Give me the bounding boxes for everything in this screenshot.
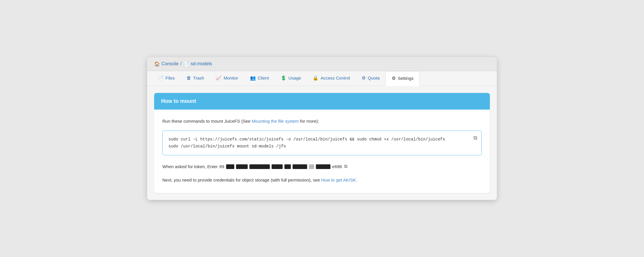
tab-files[interactable]: 📄 Files [152, 71, 181, 86]
token-start: 89 [219, 163, 224, 170]
breadcrumb-current[interactable]: 📄 sd-models [183, 61, 212, 67]
monitor-icon: 📈 [216, 75, 221, 81]
token-segment-8 [316, 164, 330, 169]
quota-icon: ⚙ [362, 75, 366, 81]
main-content: How to mount Run these commands to mount… [147, 86, 497, 200]
mount-card: How to mount Run these commands to mount… [154, 93, 490, 193]
mount-card-header: How to mount [154, 93, 490, 110]
breadcrumb: 🏠 Console / 📄 sd-models [147, 57, 497, 71]
token-segment-7 [309, 164, 314, 169]
main-window: 🏠 Console / 📄 sd-models 📄 Files 🗑 Trash … [147, 57, 497, 200]
mount-card-title: How to mount [161, 98, 483, 104]
token-line: When asked for token, Enter 89 e698 ⧉ [162, 162, 482, 171]
access-control-icon: 🔒 [313, 75, 319, 81]
tab-trash[interactable]: 🗑 Trash [181, 71, 210, 86]
code-block: sudo curl -L https://juicefs.com/static/… [168, 136, 467, 150]
code-block-wrapper: sudo curl -L https://juicefs.com/static/… [162, 131, 482, 156]
token-segment-2 [236, 164, 248, 169]
client-icon: 👥 [250, 75, 256, 81]
token-segment-6 [293, 164, 307, 169]
files-icon: 📄 [158, 75, 163, 81]
tabs-bar: 📄 Files 🗑 Trash 📈 Monitor 👥 Client 💲 Usa… [147, 71, 497, 86]
token-segment-1 [226, 164, 234, 169]
aksk-link[interactable]: How to get AK/SK [321, 177, 356, 182]
tab-quota[interactable]: ⚙ Quota [356, 71, 386, 86]
mounting-link[interactable]: Mounting the file system [252, 119, 299, 124]
copy-code-button[interactable]: ⧉ [474, 135, 477, 141]
home-icon: 🏠 [154, 61, 160, 67]
breadcrumb-separator: / [180, 61, 182, 66]
token-segment-3 [249, 164, 270, 169]
mount-card-body: Run these commands to mount JuiceFS (See… [154, 110, 490, 193]
token-end: e698 [332, 163, 342, 170]
mount-description: Run these commands to mount JuiceFS (See… [162, 118, 482, 125]
trash-icon: 🗑 [186, 75, 191, 81]
token-segment-4 [272, 164, 283, 169]
tab-usage[interactable]: 💲 Usage [275, 71, 307, 86]
tab-settings[interactable]: ⚙ Settings [386, 71, 420, 86]
copy-token-button[interactable]: ⧉ [344, 162, 347, 171]
breadcrumb-home[interactable]: 🏠 Console [154, 61, 179, 67]
tab-monitor[interactable]: 📈 Monitor [210, 71, 244, 86]
file-icon: 📄 [183, 61, 189, 67]
usage-icon: 💲 [281, 75, 286, 81]
tab-access-control[interactable]: 🔒 Access Control [307, 71, 356, 86]
tab-client[interactable]: 👥 Client [244, 71, 275, 86]
token-segment-5 [284, 164, 291, 169]
settings-icon: ⚙ [392, 75, 396, 81]
credentials-line: Next, you need to provide credentials fo… [162, 177, 482, 184]
